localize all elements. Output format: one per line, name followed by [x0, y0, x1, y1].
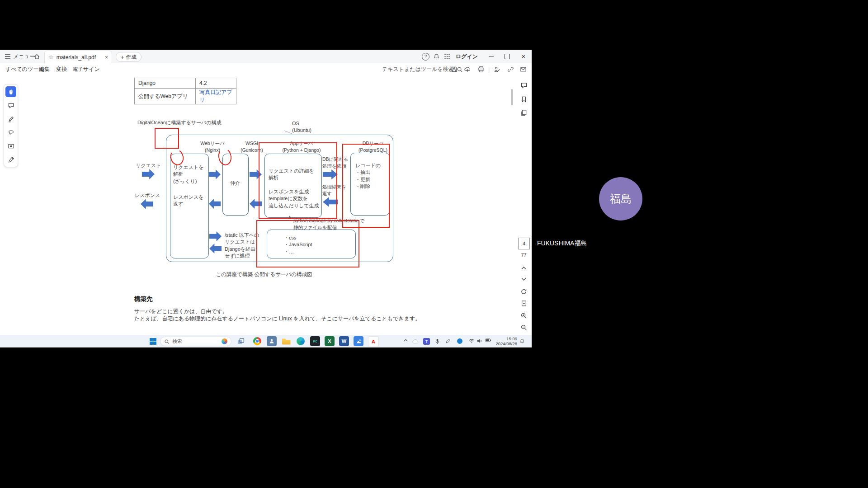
close-button[interactable]: ×	[516, 50, 531, 63]
taskbar-search-box[interactable]: 検索	[160, 337, 231, 346]
fit-page-icon	[521, 300, 527, 307]
pen-tray-icon[interactable]	[445, 338, 451, 343]
home-button[interactable]	[33, 50, 40, 63]
edge-icon[interactable]	[296, 336, 306, 346]
body-paragraph-2: たとえば、自宅にある物理的に存在するノートパソコンに Linux を入れて、そこ…	[134, 315, 420, 323]
wifi-tray-icon[interactable]	[468, 338, 475, 343]
tab-title: materials_all.pdf	[57, 54, 102, 61]
teams-t-glyph: T	[425, 339, 428, 344]
windows-taskbar: 検索 PC X W A T	[0, 335, 532, 347]
camera-app-icon[interactable]	[267, 336, 277, 346]
comment-icon	[8, 102, 14, 109]
star-icon[interactable]: ☆	[48, 54, 54, 61]
table-row: Django 4.2	[135, 78, 236, 89]
battery-tray-icon[interactable]	[485, 338, 492, 342]
person-glyph	[269, 338, 275, 344]
comments-panel-icon	[520, 82, 528, 89]
teams-tray-icon[interactable]: T	[423, 338, 430, 345]
hand-tool-button[interactable]	[5, 86, 16, 97]
tab-close-icon[interactable]: ×	[105, 54, 108, 61]
table-row: 公開するWebアプリ 写真日記アプリ	[135, 89, 236, 104]
tray-show-hidden-button[interactable]	[402, 338, 409, 342]
date-label: 2024/08/28	[495, 342, 517, 347]
zoom-in-button[interactable]	[518, 310, 529, 320]
taskbar-clock[interactable]: 15:09 2024/08/28	[495, 337, 517, 347]
question-icon: ?	[422, 53, 429, 61]
comments-panel-button[interactable]	[518, 80, 529, 90]
word-w-glyph: W	[342, 338, 346, 344]
pages-panel-button[interactable]	[518, 108, 529, 117]
os-label: OS (Ubuntu)	[292, 120, 311, 134]
onedrive-tray-icon[interactable]	[457, 338, 463, 344]
current-page-input[interactable]: 4	[518, 238, 530, 249]
fill-sign-tool-button[interactable]	[5, 154, 16, 165]
fit-page-button[interactable]	[518, 298, 529, 308]
cloud-icon	[412, 338, 419, 344]
bookmark-icon	[521, 96, 527, 103]
login-button[interactable]: ログイン	[456, 50, 478, 63]
task-view-button[interactable]	[237, 338, 245, 345]
file-explorer-icon[interactable]	[281, 336, 291, 346]
next-page-button[interactable]	[518, 274, 529, 284]
avatar-initials: 福島	[610, 192, 632, 206]
photos-app-icon[interactable]	[354, 336, 363, 346]
scrollbar-thumb[interactable]	[511, 89, 513, 105]
rotate-page-button[interactable]	[518, 286, 529, 296]
request-arrow	[142, 169, 155, 179]
person-sign-icon	[494, 66, 500, 73]
request-signature-button[interactable]	[493, 63, 501, 75]
maximize-button[interactable]	[500, 50, 515, 63]
apps-grid-icon	[444, 53, 450, 60]
microphone-icon	[435, 338, 440, 344]
tools-bar: すべてのツール 編集 変換 電子サイン テキストまたはツールを検索 |	[0, 63, 532, 76]
draw-tool-button[interactable]	[5, 127, 16, 138]
table-cell-link[interactable]: 写真日記アプリ	[196, 89, 236, 104]
all-tools-label: すべてのツール	[5, 66, 44, 73]
text-box-tool-button[interactable]	[5, 141, 16, 151]
excel-x-glyph: X	[328, 338, 331, 344]
highlight-tool-button[interactable]	[5, 113, 16, 124]
previous-page-button[interactable]	[518, 263, 529, 273]
start-button[interactable]	[149, 338, 157, 345]
pycharm-icon[interactable]: PC	[310, 336, 320, 346]
microphone-tray-icon[interactable]	[434, 338, 440, 344]
acrobat-icon[interactable]: A	[368, 336, 379, 347]
convert-menu[interactable]: 変換	[56, 63, 67, 75]
red-annotation-rect-app	[259, 142, 337, 219]
save-button[interactable]	[450, 63, 458, 75]
wsgi-box-text: 仲介	[222, 180, 248, 187]
notifications-button[interactable]	[433, 50, 440, 63]
app-tab-bar: メニュー ☆ materials_all.pdf × + 作成 ? ログイン	[0, 50, 532, 64]
comment-tool-button[interactable]	[5, 100, 16, 111]
cloud-upload-button[interactable]	[463, 63, 472, 75]
refresh-icon	[520, 288, 527, 295]
create-button[interactable]: + 作成	[116, 52, 142, 62]
document-tab[interactable]: ☆ materials_all.pdf ×	[44, 51, 112, 63]
chrome-logo	[253, 337, 261, 345]
apps-grid-button[interactable]	[444, 50, 450, 63]
print-icon	[478, 66, 485, 73]
notification-center-button[interactable]	[519, 338, 525, 344]
participant-name: FUKUSHIMA福島	[537, 239, 587, 248]
esign-menu[interactable]: 電子サイン	[72, 63, 100, 75]
excel-icon[interactable]: X	[325, 336, 335, 346]
cloud-upload-icon	[464, 66, 471, 73]
print-button[interactable]	[477, 63, 485, 75]
mail-button[interactable]	[519, 63, 527, 75]
weather-tray-icon[interactable]	[411, 338, 420, 344]
chrome-icon[interactable]	[252, 336, 262, 346]
menu-button[interactable]: メニュー	[5, 50, 35, 63]
menu-label: メニュー	[13, 53, 35, 61]
edit-menu[interactable]: 編集	[39, 63, 50, 75]
hand-icon	[8, 89, 14, 95]
minimize-button[interactable]	[483, 50, 499, 63]
link-button[interactable]	[506, 63, 514, 75]
help-button[interactable]: ?	[422, 50, 429, 63]
all-tools-menu[interactable]: すべてのツール	[5, 63, 44, 75]
edit-label: 編集	[39, 66, 50, 73]
zoom-out-button[interactable]	[518, 322, 529, 332]
word-icon[interactable]: W	[339, 336, 349, 346]
bookmarks-panel-button[interactable]	[518, 94, 529, 104]
volume-tray-icon[interactable]	[476, 338, 483, 343]
response-arrow	[141, 199, 153, 209]
